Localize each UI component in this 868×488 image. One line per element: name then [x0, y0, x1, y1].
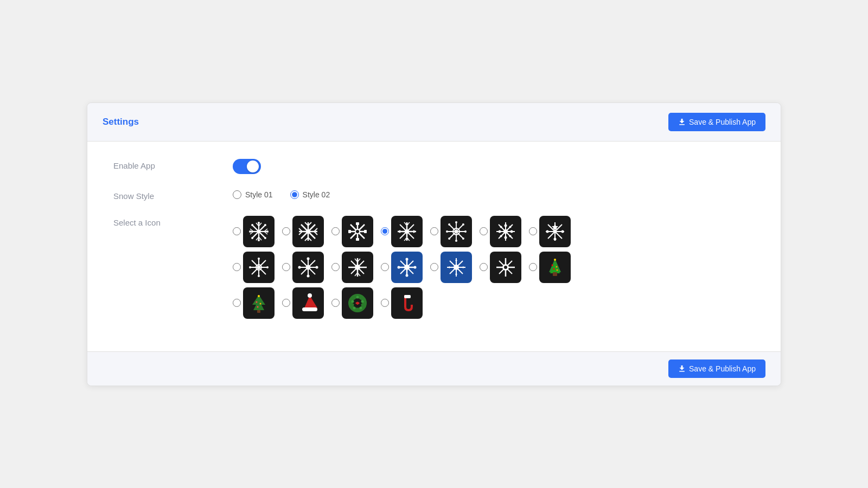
- snow-style-label: Snow Style: [113, 189, 233, 201]
- svg-point-101: [249, 266, 251, 268]
- icon-option-15[interactable]: [233, 287, 280, 319]
- svg-point-11: [264, 224, 266, 226]
- icon-radio-13[interactable]: [480, 263, 488, 271]
- style02-option[interactable]: Style 02: [290, 190, 330, 199]
- icon-option-17[interactable]: [331, 287, 379, 319]
- icon-radio-16[interactable]: [282, 299, 290, 307]
- svg-point-102: [266, 266, 269, 268]
- svg-rect-148: [553, 272, 557, 276]
- icon-img-12: [441, 252, 472, 283]
- icon-radio-6[interactable]: [480, 227, 488, 235]
- icon-radio-14[interactable]: [529, 263, 537, 271]
- svg-point-99: [258, 258, 260, 260]
- svg-point-5: [258, 222, 260, 224]
- svg-point-9: [251, 224, 253, 226]
- svg-point-64: [455, 240, 457, 242]
- svg-point-98: [258, 266, 260, 268]
- icon-option-7[interactable]: [529, 216, 576, 247]
- svg-point-91: [546, 230, 549, 233]
- save-publish-button-bottom[interactable]: Save & Publish App: [668, 359, 765, 378]
- icon-option-5[interactable]: [430, 216, 477, 247]
- svg-point-135: [456, 266, 457, 268]
- icon-radio-3[interactable]: [331, 227, 340, 235]
- svg-rect-155: [257, 310, 260, 313]
- svg-point-165: [353, 297, 356, 299]
- style02-radio[interactable]: [290, 190, 299, 199]
- svg-point-49: [405, 229, 409, 234]
- icon-radio-9[interactable]: [282, 263, 290, 271]
- svg-point-92: [561, 230, 564, 233]
- toggle-slider: [233, 159, 261, 174]
- svg-point-125: [404, 265, 410, 270]
- svg-point-156: [258, 295, 260, 297]
- svg-point-173: [352, 303, 354, 306]
- svg-point-126: [406, 258, 409, 260]
- icon-radio-4[interactable]: [381, 227, 389, 235]
- svg-point-111: [316, 266, 318, 268]
- enable-app-toggle[interactable]: [233, 159, 261, 174]
- svg-point-158: [260, 303, 261, 304]
- icon-radio-15[interactable]: [233, 299, 241, 307]
- icon-option-16[interactable]: [282, 287, 329, 319]
- header: Settings Save & Publish App: [87, 103, 781, 142]
- svg-point-7: [249, 230, 251, 233]
- svg-rect-175: [357, 302, 358, 305]
- icon-radio-10[interactable]: [331, 263, 340, 271]
- icon-img-9: [292, 252, 324, 283]
- svg-point-129: [414, 266, 417, 268]
- icon-radio-5[interactable]: [430, 227, 438, 235]
- svg-point-83: [500, 235, 502, 237]
- svg-point-100: [258, 275, 260, 277]
- icon-option-9[interactable]: [282, 252, 329, 283]
- svg-point-40: [356, 230, 359, 233]
- snow-style-options: Style 01 Style 02: [233, 189, 330, 199]
- footer: Save & Publish App: [87, 351, 781, 386]
- icon-option-3[interactable]: [331, 216, 379, 247]
- icon-radio-12[interactable]: [430, 263, 438, 271]
- svg-marker-139: [463, 266, 465, 268]
- svg-point-79: [510, 230, 513, 233]
- select-icon-label: Select a Icon: [113, 216, 233, 227]
- icon-option-12[interactable]: [430, 252, 477, 283]
- save-publish-button-top[interactable]: Save & Publish App: [668, 113, 765, 131]
- style01-option[interactable]: Style 01: [233, 190, 273, 199]
- icon-radio-18[interactable]: [381, 299, 389, 307]
- icon-radio-7[interactable]: [529, 227, 537, 235]
- icon-img-18: [391, 287, 423, 319]
- icon-row-1: [233, 216, 576, 247]
- icon-radio-2[interactable]: [282, 227, 290, 235]
- icon-radio-17[interactable]: [331, 299, 340, 307]
- enable-app-label: Enable App: [113, 159, 233, 170]
- svg-point-168: [361, 300, 364, 303]
- icon-option-11[interactable]: [381, 252, 428, 283]
- icon-img-5: [441, 216, 472, 247]
- icon-option-8[interactable]: [233, 252, 280, 283]
- icon-img-17: [342, 287, 373, 319]
- svg-point-110: [298, 266, 301, 268]
- icon-grid: [233, 216, 576, 319]
- svg-point-172: [353, 306, 356, 309]
- icon-img-1: [243, 216, 275, 247]
- icon-radio-1[interactable]: [233, 227, 241, 235]
- icon-option-13[interactable]: [480, 252, 527, 283]
- icon-option-4[interactable]: [381, 216, 428, 247]
- icon-option-18[interactable]: [381, 287, 428, 319]
- svg-point-174: [352, 300, 354, 303]
- snow-style-row: Snow Style Style 01 Style 02: [113, 189, 755, 201]
- svg-point-67: [448, 223, 450, 226]
- svg-point-167: [360, 297, 362, 299]
- icon-img-13: [490, 252, 521, 283]
- svg-rect-42: [356, 238, 359, 241]
- style01-radio[interactable]: [233, 190, 241, 199]
- svg-point-12: [251, 236, 253, 239]
- svg-marker-137: [455, 274, 457, 276]
- icon-option-1[interactable]: [233, 216, 280, 247]
- icon-option-10[interactable]: [331, 252, 379, 283]
- icon-radio-8[interactable]: [233, 263, 241, 271]
- svg-point-68: [462, 237, 464, 239]
- icon-radio-11[interactable]: [381, 263, 389, 271]
- icon-option-14[interactable]: [529, 252, 576, 283]
- svg-rect-161: [302, 307, 317, 311]
- icon-option-6[interactable]: [480, 216, 527, 247]
- icon-option-2[interactable]: [282, 216, 329, 247]
